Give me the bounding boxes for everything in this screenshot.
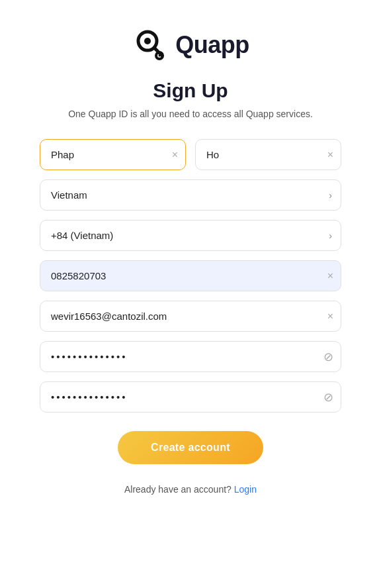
last-name-wrapper: × <box>195 139 341 170</box>
first-name-wrapper: × <box>40 139 186 170</box>
confirm-password-eye-icon[interactable]: ⊘ <box>323 391 333 403</box>
svg-point-4 <box>159 55 161 57</box>
password-wrapper: ⊘ <box>40 341 341 372</box>
login-link[interactable]: Login <box>234 484 257 495</box>
signup-form: × × Vietnam United States Japan › +84 (V… <box>40 139 341 495</box>
confirm-password-wrapper: ⊘ <box>40 381 341 413</box>
login-prompt: Already have an account? Login <box>40 484 341 495</box>
email-input[interactable] <box>40 301 341 332</box>
name-row: × × <box>40 139 341 170</box>
country-code-select[interactable]: +84 (Vietnam) +1 (United States) +81 (Ja… <box>40 220 341 251</box>
password-input[interactable] <box>40 341 341 372</box>
svg-point-1 <box>144 38 151 44</box>
already-have-account-text: Already have an account? <box>124 484 232 495</box>
password-eye-icon[interactable]: ⊘ <box>323 351 333 363</box>
page-title: Sign Up <box>153 79 228 102</box>
clear-email-icon[interactable]: × <box>327 311 333 322</box>
logo-area: Quapp <box>132 26 249 64</box>
phone-input[interactable] <box>40 260 341 291</box>
country-code-wrapper: +84 (Vietnam) +1 (United States) +81 (Ja… <box>40 220 341 251</box>
confirm-password-input[interactable] <box>40 381 341 413</box>
subtitle: One Quapp ID is all you need to access a… <box>68 109 313 119</box>
clear-last-name-icon[interactable]: × <box>327 150 333 160</box>
clear-phone-icon[interactable]: × <box>327 271 333 281</box>
logo-icon <box>132 26 169 64</box>
last-name-input[interactable] <box>195 139 341 170</box>
create-account-button[interactable]: Create account <box>118 431 263 464</box>
phone-wrapper: × <box>40 260 341 291</box>
clear-first-name-icon[interactable]: × <box>172 150 178 160</box>
country-wrapper: Vietnam United States Japan › <box>40 179 341 211</box>
first-name-input[interactable] <box>40 139 186 170</box>
email-wrapper: × <box>40 301 341 332</box>
country-select[interactable]: Vietnam United States Japan <box>40 179 341 211</box>
logo-text: Quapp <box>175 31 249 59</box>
